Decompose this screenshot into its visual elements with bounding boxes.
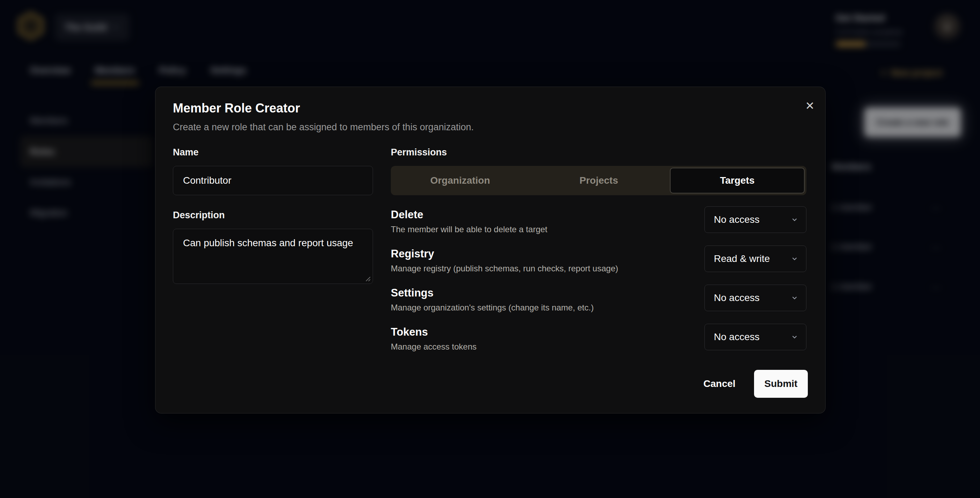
chevron-down-icon	[791, 333, 799, 341]
permission-title-delete: Delete	[391, 208, 423, 221]
dialog-title: Member Role Creator	[173, 101, 300, 116]
permission-title-tokens: Tokens	[391, 326, 428, 338]
permission-title-registry: Registry	[391, 248, 434, 260]
permission-description: The member will be able to delete a targ…	[391, 224, 547, 234]
member-role-creator-dialog: Member Role Creator Create a new role th…	[155, 87, 826, 414]
dialog-subtitle: Create a new role that can be assigned t…	[173, 122, 474, 133]
permission-description: Manage organization's settings (change i…	[391, 303, 594, 313]
chevron-down-icon	[791, 216, 799, 223]
description-field-wrap: Can publish schemas and report usage	[173, 229, 373, 284]
tokens-access-select[interactable]: No access	[705, 324, 807, 350]
chevron-down-icon	[791, 255, 799, 263]
close-icon[interactable]: ✕	[800, 96, 820, 116]
description-textarea[interactable]: Can publish schemas and report usage	[173, 229, 373, 284]
permission-title-settings: Settings	[391, 287, 433, 299]
permission-description: Manage access tokens	[391, 342, 476, 352]
name-input[interactable]	[173, 166, 373, 195]
chevron-down-icon	[791, 294, 799, 302]
permission-description: Manage registry (publish schemas, run ch…	[391, 264, 618, 274]
description-label: Description	[173, 210, 225, 221]
permissions-tabs: Organization Projects Targets	[391, 166, 807, 195]
app-root: The Guild Get Started 4 of 9 tasks compl…	[0, 0, 980, 498]
permissions-tab-organization[interactable]: Organization	[391, 166, 530, 195]
settings-access-select[interactable]: No access	[705, 285, 807, 311]
permissions-tab-targets[interactable]: Targets	[670, 168, 805, 194]
registry-access-select[interactable]: Read & write	[705, 245, 807, 272]
permissions-label: Permissions	[391, 147, 447, 158]
permissions-tab-projects[interactable]: Projects	[530, 166, 668, 195]
submit-button[interactable]: Submit	[754, 370, 808, 398]
name-label: Name	[173, 147, 199, 158]
cancel-button[interactable]: Cancel	[693, 374, 746, 394]
delete-access-select[interactable]: No access	[705, 207, 807, 233]
resize-grip-icon[interactable]	[363, 274, 371, 282]
